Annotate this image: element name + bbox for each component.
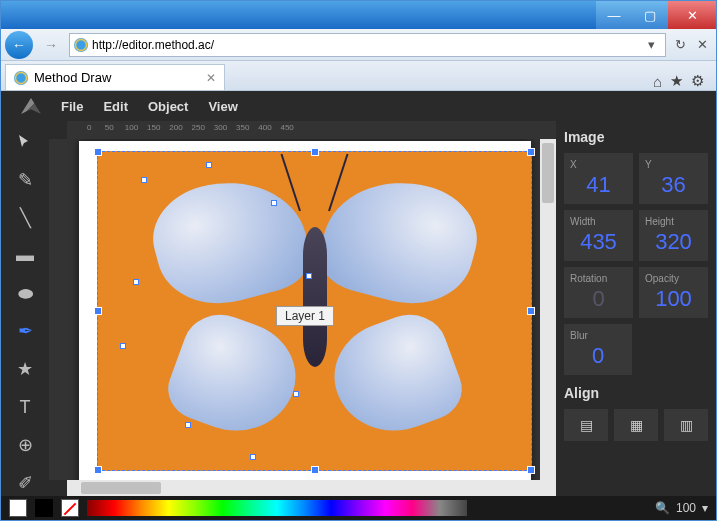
layer-label[interactable]: Layer 1 xyxy=(276,306,334,326)
menu-edit[interactable]: Edit xyxy=(103,99,128,114)
rect-tool-icon[interactable]: ▬ xyxy=(11,243,39,269)
menubar: File Edit Object View xyxy=(1,91,716,121)
browser-tab[interactable]: Method Draw ✕ xyxy=(5,64,225,90)
zoom-value: 100 xyxy=(676,501,696,515)
fill-swatch[interactable] xyxy=(9,499,27,517)
scrollbar-vertical[interactable] xyxy=(540,139,556,480)
zoom-icon: 🔍 xyxy=(655,501,670,515)
tab-title: Method Draw xyxy=(34,70,111,85)
tab-close-icon[interactable]: ✕ xyxy=(206,71,216,85)
resize-handle[interactable] xyxy=(527,148,535,156)
menu-view[interactable]: View xyxy=(208,99,237,114)
footer: 🔍 100 ▾ xyxy=(1,496,716,520)
browser-right-menu: ⌂ ★ ⚙ xyxy=(645,72,712,90)
text-tool-icon[interactable]: T xyxy=(11,394,39,420)
browser-back-button[interactable]: ← xyxy=(5,31,33,59)
ruler-horizontal xyxy=(67,121,556,139)
ruler-vertical xyxy=(49,139,67,480)
menu-object[interactable]: Object xyxy=(148,99,188,114)
pencil-tool-icon[interactable]: ✎ xyxy=(11,167,39,193)
ellipse-tool-icon[interactable]: ⬬ xyxy=(11,281,39,307)
line-tool-icon[interactable]: ╲ xyxy=(11,205,39,231)
app-container: File Edit Object View ✎ ╲ ▬ ⬬ ✒ ★ T ⊕ ✐ xyxy=(1,91,716,520)
prop-width[interactable]: Width435 xyxy=(564,210,633,261)
address-url: http://editor.method.ac/ xyxy=(92,38,214,52)
prop-rotation[interactable]: Rotation0 xyxy=(564,267,633,318)
color-palette[interactable] xyxy=(87,500,467,516)
app-logo-icon[interactable] xyxy=(21,98,41,114)
no-color-swatch[interactable] xyxy=(61,499,79,517)
scrollbar-horizontal[interactable] xyxy=(67,480,556,496)
resize-handle[interactable] xyxy=(527,307,535,315)
resize-handle[interactable] xyxy=(94,148,102,156)
browser-window: — ▢ ✕ ← → http://editor.method.ac/ ▾ ↻ ✕… xyxy=(0,0,717,521)
align-right-button[interactable]: ▥ xyxy=(664,409,708,441)
favorites-icon[interactable]: ★ xyxy=(670,72,683,90)
resize-handle[interactable] xyxy=(94,307,102,315)
panel-heading: Image xyxy=(564,129,708,145)
properties-panel: Image X41 Y36 Width435 Height320 Rotatio… xyxy=(556,121,716,496)
align-left-button[interactable]: ▤ xyxy=(564,409,608,441)
window-titlebar: — ▢ ✕ xyxy=(1,1,716,29)
home-icon[interactable]: ⌂ xyxy=(653,73,662,90)
select-tool-icon[interactable] xyxy=(11,129,39,155)
window-maximize-button[interactable]: ▢ xyxy=(632,1,668,29)
resize-handle[interactable] xyxy=(94,466,102,474)
dropdown-icon[interactable]: ▾ xyxy=(641,35,661,55)
star-tool-icon[interactable]: ★ xyxy=(11,356,39,382)
menu-file[interactable]: File xyxy=(61,99,83,114)
browser-navbar: ← → http://editor.method.ac/ ▾ ↻ ✕ xyxy=(1,29,716,61)
refresh-icon[interactable]: ↻ xyxy=(670,35,690,55)
canvas-area: Layer 1 xyxy=(49,121,556,496)
zoom-control[interactable]: 🔍 100 ▾ xyxy=(655,501,708,515)
canvas[interactable]: Layer 1 xyxy=(79,141,531,480)
window-minimize-button[interactable]: — xyxy=(596,1,632,29)
settings-icon[interactable]: ⚙ xyxy=(691,72,704,90)
browser-forward-button[interactable]: → xyxy=(37,31,65,59)
zoom-dropdown-icon[interactable]: ▾ xyxy=(702,501,708,515)
resize-handle[interactable] xyxy=(527,466,535,474)
stop-icon[interactable]: ✕ xyxy=(692,35,712,55)
ie-page-icon xyxy=(74,38,88,52)
stroke-swatch[interactable] xyxy=(35,499,53,517)
prop-height[interactable]: Height320 xyxy=(639,210,708,261)
prop-x[interactable]: X41 xyxy=(564,153,633,204)
align-center-button[interactable]: ▦ xyxy=(614,409,658,441)
work-row: ✎ ╲ ▬ ⬬ ✒ ★ T ⊕ ✐ xyxy=(1,121,716,496)
prop-blur[interactable]: Blur0 xyxy=(564,324,632,375)
resize-handle[interactable] xyxy=(311,148,319,156)
prop-opacity[interactable]: Opacity100 xyxy=(639,267,708,318)
align-heading: Align xyxy=(564,385,708,401)
eyedropper-tool-icon[interactable]: ✐ xyxy=(11,470,39,496)
zoom-tool-icon[interactable]: ⊕ xyxy=(11,432,39,458)
tab-favicon xyxy=(14,71,28,85)
resize-handle[interactable] xyxy=(311,466,319,474)
prop-y[interactable]: Y36 xyxy=(639,153,708,204)
tab-row: Method Draw ✕ ⌂ ★ ⚙ xyxy=(1,61,716,91)
address-bar[interactable]: http://editor.method.ac/ ▾ xyxy=(69,33,666,57)
toolbar: ✎ ╲ ▬ ⬬ ✒ ★ T ⊕ ✐ xyxy=(1,121,49,496)
window-close-button[interactable]: ✕ xyxy=(668,1,716,29)
canvas-viewport[interactable]: Layer 1 xyxy=(67,139,540,480)
path-tool-icon[interactable]: ✒ xyxy=(11,319,39,345)
